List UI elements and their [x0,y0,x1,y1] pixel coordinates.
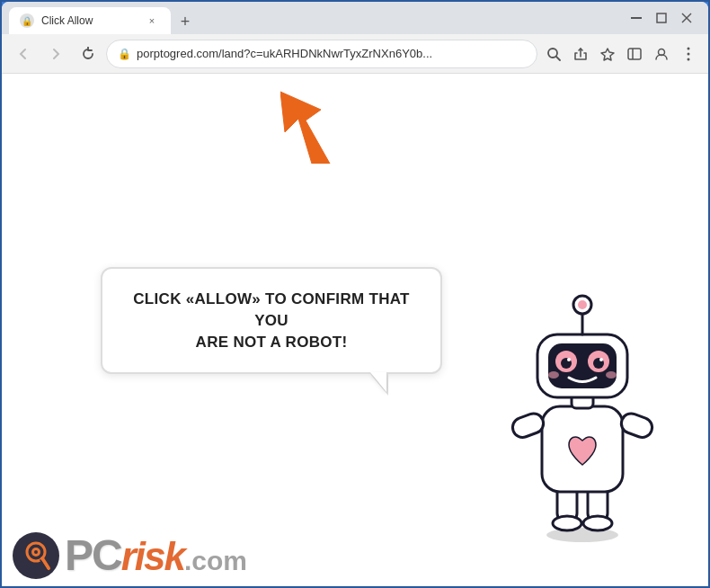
risk-text: risk [121,537,184,576]
bookmark-icon[interactable] [595,41,620,67]
com-text: .com [184,548,247,575]
svg-point-11 [688,47,690,49]
new-tab-button[interactable]: + [173,9,198,34]
svg-point-27 [578,300,587,309]
svg-rect-0 [631,17,642,19]
svg-point-19 [583,516,612,530]
sidebar-icon[interactable] [622,41,647,67]
svg-marker-14 [280,92,330,164]
titlebar: 🔒 Click Allow × + [2,2,708,34]
speech-bubble: CLICK «ALLOW» TO CONFIRM THAT YOU ARE NO… [101,267,442,374]
svg-point-36 [606,371,617,379]
pcrisk-watermark: PC risk .com [2,525,258,586]
svg-rect-1 [657,13,666,22]
profile-icon[interactable] [649,41,674,67]
robot-illustration [493,285,672,537]
tab-title-text: Click Allow [41,14,137,27]
toolbar-icons [541,41,701,67]
svg-line-5 [556,57,560,60]
minimize-button[interactable] [629,11,643,25]
back-button[interactable] [9,40,38,68]
svg-point-18 [553,516,581,530]
tab-close-button[interactable]: × [144,13,160,29]
url-text: porptogred.com/land?c=ukARHDNkNwrTyxZrNX… [137,47,526,60]
bubble-text: CLICK «ALLOW» TO CONFIRM THAT YOU ARE NO… [128,289,415,352]
lock-icon: 🔒 [118,48,131,60]
svg-rect-8 [628,49,641,59]
page-content: CLICK «ALLOW» TO CONFIRM THAT YOU ARE NO… [2,74,708,586]
browser-window: 🔒 Click Allow × + [2,2,708,586]
pcrisk-logo [13,532,59,579]
toolbar: 🔒 porptogred.com/land?c=ukARHDNkNwrTyxZr… [2,34,708,74]
refresh-button[interactable] [74,40,102,68]
svg-marker-7 [601,49,614,60]
tab-favicon: 🔒 [20,13,34,28]
menu-icon[interactable] [676,41,701,67]
active-tab[interactable]: 🔒 Click Allow × [9,7,171,34]
address-bar[interactable]: 🔒 porptogred.com/land?c=ukARHDNkNwrTyxZr… [106,40,537,68]
close-button[interactable] [679,11,694,25]
svg-point-40 [34,550,38,554]
forward-button[interactable] [41,40,70,68]
svg-point-13 [688,58,690,60]
search-icon[interactable] [541,41,566,67]
share-icon[interactable] [568,41,593,67]
window-controls [629,11,701,25]
restore-button[interactable] [654,11,669,25]
tab-area: 🔒 Click Allow × + [9,2,629,34]
svg-point-34 [599,358,603,361]
svg-point-35 [548,371,559,379]
pc-text: PC [65,534,121,577]
svg-point-12 [688,52,690,55]
svg-point-33 [567,358,571,361]
